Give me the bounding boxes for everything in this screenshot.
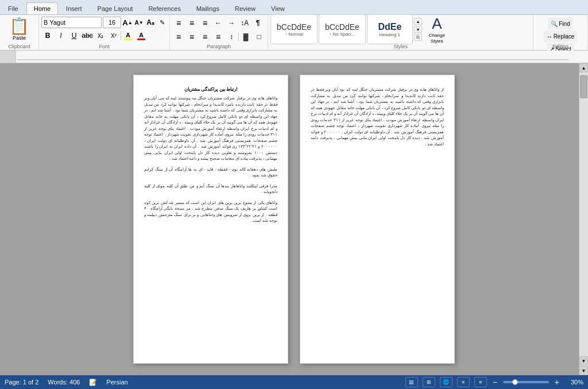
web-layout-button[interactable]: 🌐 [440,377,452,387]
font-shrink-button[interactable]: A▼ [134,17,144,28]
tab-file[interactable]: File [1,2,26,14]
change-styles-label: Change Styles [429,33,445,44]
bold-button[interactable]: B [41,29,54,42]
replace-button[interactable]: ↔ Replace [544,30,578,42]
style-no-spacing-preview: bCcDdEe [325,22,359,32]
font-size-input[interactable] [103,17,121,28]
bullets-button[interactable]: ≡ [172,17,185,29]
change-case-button[interactable]: Aₐ [145,17,156,28]
zoom-minus-btn[interactable]: − [492,378,498,387]
page-1-section3[interactable]: مدرا فرقی اینکلتند واتاهاهار پندها آن سن… [144,183,277,195]
paragraph-group-label: Paragraph [170,44,268,49]
text-highlight-button[interactable]: A [122,29,134,42]
subscript-button[interactable]: X₂ [94,29,107,42]
scroll-down-button[interactable]: ▼ [579,356,588,365]
style-normal-preview: bCcDdEe [277,22,311,32]
word-count: Words: 406 [48,379,80,386]
styles-group-label: Styles [268,44,533,49]
align-left-button[interactable]: ≡ [172,30,185,43]
replace-label: Replace [554,33,575,40]
spell-check-icon[interactable]: 📝 [89,379,97,386]
page-2-body[interactable]: از واتاهای هانه وی در برقیار شرکت مشتریا… [311,87,444,147]
find-label: Find [559,21,570,27]
change-styles-icon: A [432,15,442,33]
paste-icon: 📋 [9,18,29,34]
font-color-button[interactable]: A [135,29,148,42]
styles-group: bCcDdEe ↑ Normal bCcDdEe ↑ No Spaci... D… [268,15,533,50]
page-2: از واتاهای هانه وی در برقیار شرکت مشتریا… [300,75,455,364]
scroll-up-button[interactable]: ▲ [579,63,588,72]
ruler [0,51,588,63]
font-name-input[interactable] [41,17,102,28]
tab-page-layout[interactable]: Page Layout [90,2,141,14]
style-normal-label: ↑ Normal [285,32,303,37]
tab-mailings[interactable]: Mailings [189,2,227,14]
clear-formatting-button[interactable]: ✎ [157,17,167,28]
page-1-section2[interactable]: ملبش های دهقانه کاله بوم - قفطه . قاید -… [144,167,277,179]
numbering-button[interactable]: ≡ [185,17,198,29]
change-styles-button[interactable]: A Change Styles [425,13,448,45]
draft-button[interactable]: ≡ [474,377,487,387]
find-button[interactable]: 🔍 Find [548,18,572,29]
styles-scroll-up-button[interactable]: ▲ [414,18,422,25]
shading-button[interactable]: ▓ [239,30,252,43]
editing-group-label: Editing [533,44,587,49]
zoom-level: 30% [565,379,583,386]
tab-home[interactable]: Home [26,2,58,14]
zoom-plus-btn[interactable]: + [554,378,560,387]
font-group: A▲ A▼ Aₐ ✎ B I U abc X₂ X² A A Font [39,15,170,50]
print-layout-button[interactable]: ▤ [405,377,418,387]
font-group-label: Font [39,44,169,49]
tab-review[interactable]: Review [227,2,263,14]
show-hide-button[interactable]: ¶ [252,17,264,29]
multilevel-list-button[interactable]: ≡ [199,17,211,29]
zoom-slider[interactable] [503,381,549,383]
replace-icon: ↔ [547,33,552,40]
style-normal-button[interactable]: bCcDdEe ↑ Normal [270,14,318,44]
scroll-page-down-button[interactable]: ▼ [579,366,588,375]
align-right-button[interactable]: ≡ [199,30,211,43]
styles-more-button[interactable]: ⊡ [414,34,422,41]
style-heading1-button[interactable]: DdEe Heading 1 [367,14,413,44]
document-area: ارتباط بین پراکندگی مشتریان واتاهای هانه… [0,63,588,375]
paste-label: Paste [13,35,26,41]
page-1-section4[interactable]: واتاهای یکی از متنوع ترین برین های ایران… [144,200,277,224]
paste-button[interactable]: 📋 Paste [6,17,33,43]
full-reading-button[interactable]: ⊞ [423,377,435,387]
page-1-body[interactable]: واتاهای هانه وی در برقیار شرکت مشتریان ج… [144,95,277,162]
outline-button[interactable]: ≡ [457,377,470,387]
tab-insert[interactable]: Insert [59,2,90,14]
tab-references[interactable]: References [141,2,188,14]
language[interactable]: Persian [106,379,127,386]
style-no-spacing-button[interactable]: bCcDdEe ↑ No Spaci... [319,14,366,44]
style-heading1-label: Heading 1 [380,32,400,37]
tab-view[interactable]: View [264,2,292,14]
clipboard-group: 📋 Paste Clipboard [0,15,39,50]
italic-button[interactable]: I [55,29,67,42]
increase-indent-button[interactable]: → [225,17,238,29]
center-button[interactable]: ≡ [185,30,198,43]
style-heading1-preview: DdEe [378,22,401,32]
ruler-svg [17,52,568,62]
page-info: Page: 1 of 2 [5,379,38,386]
font-grow-button[interactable]: A▲ [122,17,133,28]
strikethrough-button[interactable]: abc [81,29,94,42]
underline-button[interactable]: U [68,29,80,42]
borders-button[interactable]: □ [253,30,265,43]
vertical-scrollbar[interactable]: ▲ ▼ ▼ [579,63,588,375]
line-spacing-button[interactable]: ↕ [225,30,238,43]
zoom-thumb [512,379,518,385]
status-right: ▤ ⊞ 🌐 ≡ ≡ − + 30% [405,377,583,387]
editing-group: 🔍 Find ↔ Replace ↗ Select Editing [533,15,588,50]
ribbon-tabs: File Home Insert Page Layout References … [0,0,588,15]
decrease-indent-button[interactable]: ← [212,17,225,29]
page-1-title: ارتباط بین پراکندگی مشتریان [144,87,277,92]
sort-button[interactable]: ↕A [238,17,251,29]
page-1: ارتباط بین پراکندگی مشتریان واتاهای هانه… [133,75,288,364]
justify-button[interactable]: ≡ [212,30,225,43]
superscript-button[interactable]: X² [107,29,120,42]
ribbon-body: 📋 Paste Clipboard A▲ A▼ Aₐ ✎ B I U abc X… [0,15,588,51]
scroll-thumb[interactable] [580,75,587,98]
clipboard-label: Clipboard [0,44,38,49]
styles-scroll-down-button[interactable]: ▼ [414,26,422,33]
